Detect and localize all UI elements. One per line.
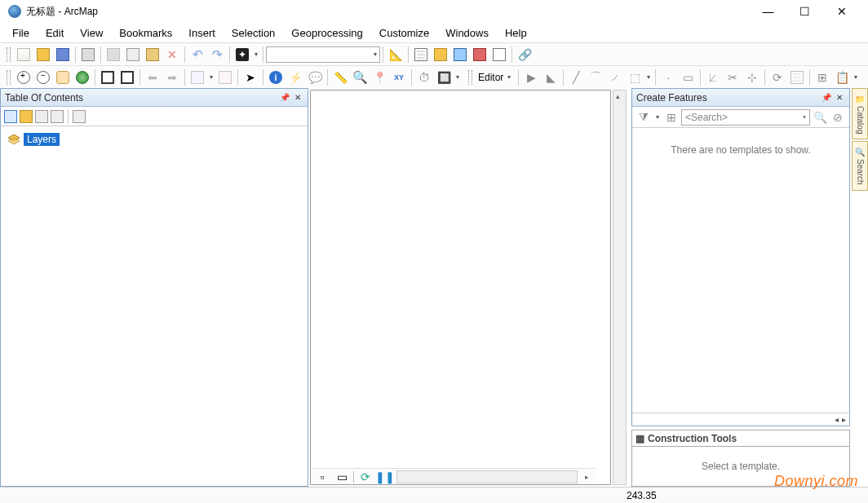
- editor-toolbar-button[interactable]: 📐: [387, 46, 405, 64]
- back-button[interactable]: ⬅: [144, 68, 162, 86]
- prev-page-button[interactable]: ◂: [835, 415, 839, 424]
- pan-button[interactable]: [54, 68, 72, 86]
- sketch-properties-button[interactable]: ⊞: [813, 68, 831, 86]
- zoom-in-button[interactable]: +: [15, 68, 33, 86]
- pin-icon[interactable]: 📌: [279, 92, 290, 104]
- cut-polygons-button[interactable]: ✂: [724, 68, 742, 86]
- python-window-button[interactable]: [490, 46, 508, 64]
- list-by-selection-button[interactable]: [51, 110, 64, 123]
- maximize-button[interactable]: ☐: [786, 0, 823, 23]
- layers-root[interactable]: Layers: [6, 131, 303, 148]
- search-window-button[interactable]: [451, 46, 469, 64]
- find-button[interactable]: 🔍: [351, 68, 369, 86]
- options-button[interactable]: [73, 110, 86, 123]
- delete-button[interactable]: ✕: [163, 46, 181, 64]
- menu-selection[interactable]: Selection: [224, 25, 282, 41]
- cut-button[interactable]: [104, 46, 122, 64]
- print-button[interactable]: [79, 46, 97, 64]
- menu-file[interactable]: File: [5, 25, 37, 41]
- list-by-drawing-order-button[interactable]: [4, 110, 17, 123]
- toolbar-grip-icon[interactable]: [7, 47, 11, 62]
- filter-button[interactable]: ⧩: [636, 108, 651, 126]
- menu-customize[interactable]: Customize: [372, 25, 436, 41]
- add-data-button[interactable]: ✦: [233, 46, 251, 64]
- table-of-contents-button[interactable]: [412, 46, 430, 64]
- redo-button[interactable]: ↷: [208, 46, 226, 64]
- edit-tool-button[interactable]: ▶: [522, 68, 540, 86]
- side-tab-catalog[interactable]: 📁 Catalog: [852, 88, 868, 139]
- viewer-dropdown[interactable]: ▾: [454, 73, 462, 81]
- minimize-button[interactable]: —: [750, 0, 786, 23]
- rotate-button[interactable]: ⟳: [768, 68, 786, 86]
- menu-insert[interactable]: Insert: [181, 25, 223, 41]
- measure-button[interactable]: 📏: [331, 68, 349, 86]
- close-button[interactable]: ✕: [823, 0, 860, 23]
- clear-search-button[interactable]: ⊘: [830, 108, 845, 126]
- clear-selection-button[interactable]: [216, 68, 234, 86]
- vertical-scrollbar[interactable]: [613, 90, 627, 485]
- arc-segment-button[interactable]: ⌒: [587, 68, 604, 86]
- filter-dropdown[interactable]: ▾: [653, 113, 662, 121]
- menu-edit[interactable]: Edit: [38, 25, 71, 41]
- paste-button[interactable]: [144, 46, 162, 64]
- identify-button[interactable]: i: [267, 68, 285, 86]
- go-to-xy-button[interactable]: XY: [390, 68, 408, 86]
- edit-vertices-button[interactable]: ▭: [679, 68, 697, 86]
- reshape-button[interactable]: ⟀: [704, 68, 722, 86]
- create-viewer-button[interactable]: 🔲: [435, 68, 453, 86]
- organize-templates-button[interactable]: ⊞: [664, 108, 679, 126]
- next-page-button[interactable]: ▸: [842, 415, 846, 424]
- html-popup-button[interactable]: 💬: [306, 68, 324, 86]
- select-features-button[interactable]: [188, 68, 206, 86]
- forward-button[interactable]: ➡: [163, 68, 181, 86]
- add-data-dropdown[interactable]: ▾: [252, 51, 260, 58]
- editor-menu[interactable]: Editor ▾: [476, 72, 516, 83]
- menu-windows[interactable]: Windows: [438, 25, 496, 41]
- menu-help[interactable]: Help: [498, 25, 534, 41]
- split-button[interactable]: ⊹: [743, 68, 761, 86]
- search-button[interactable]: 🔍: [813, 108, 827, 126]
- segment-dropdown[interactable]: ▾: [644, 73, 653, 81]
- close-icon[interactable]: ✕: [834, 92, 845, 104]
- attributes-button[interactable]: [788, 68, 806, 86]
- fixed-zoom-in-button[interactable]: [99, 68, 117, 86]
- data-view-button[interactable]: ▫: [315, 470, 330, 483]
- refresh-button[interactable]: ⟳: [358, 470, 373, 483]
- zoom-out-button[interactable]: −: [34, 68, 52, 86]
- right-angle-button[interactable]: ⬚: [626, 68, 644, 86]
- toolbar-grip-icon[interactable]: [7, 70, 11, 85]
- arc-toolbox-button[interactable]: [471, 46, 489, 64]
- save-button[interactable]: [54, 46, 72, 64]
- full-extent-button[interactable]: [73, 68, 91, 86]
- scroll-right-icon[interactable]: ▸: [581, 473, 592, 481]
- list-by-visibility-button[interactable]: [35, 110, 48, 123]
- map-canvas[interactable]: ▫ ▭ ⟳ ❚❚ ▸: [310, 90, 611, 485]
- open-button[interactable]: [34, 46, 52, 64]
- undo-button[interactable]: ↶: [188, 46, 206, 64]
- toolbar-grip-icon[interactable]: [468, 70, 472, 85]
- time-slider-button[interactable]: ⏱: [415, 68, 433, 86]
- straight-segment-button[interactable]: ╱: [567, 68, 585, 86]
- pause-drawing-button[interactable]: ❚❚: [378, 470, 392, 483]
- menu-view[interactable]: View: [73, 25, 110, 41]
- catalog-button[interactable]: [432, 46, 450, 64]
- close-icon[interactable]: ✕: [292, 92, 303, 104]
- trace-button[interactable]: ⟋: [606, 68, 624, 86]
- copy-button[interactable]: [124, 46, 142, 64]
- side-tab-search[interactable]: 🔍 Search: [852, 141, 868, 191]
- point-button[interactable]: ·: [659, 68, 677, 86]
- edit-annotation-button[interactable]: ◣: [542, 68, 560, 86]
- find-route-button[interactable]: 📍: [370, 68, 388, 86]
- horizontal-scrollbar[interactable]: [396, 470, 578, 483]
- pin-icon[interactable]: 📌: [821, 92, 832, 104]
- more-tools-dropdown[interactable]: ▾: [852, 73, 860, 81]
- scale-combo[interactable]: ▾: [266, 46, 380, 63]
- search-templates-input[interactable]: <Search> ▾: [681, 109, 810, 126]
- fixed-zoom-out-button[interactable]: [118, 68, 136, 86]
- model-builder-button[interactable]: 🔗: [516, 46, 534, 64]
- menu-geoprocessing[interactable]: Geoprocessing: [284, 25, 370, 41]
- list-by-source-button[interactable]: [20, 110, 33, 123]
- menu-bookmarks[interactable]: Bookmarks: [112, 25, 179, 41]
- select-elements-button[interactable]: ➤: [241, 68, 259, 86]
- toc-tree[interactable]: Layers: [1, 126, 308, 486]
